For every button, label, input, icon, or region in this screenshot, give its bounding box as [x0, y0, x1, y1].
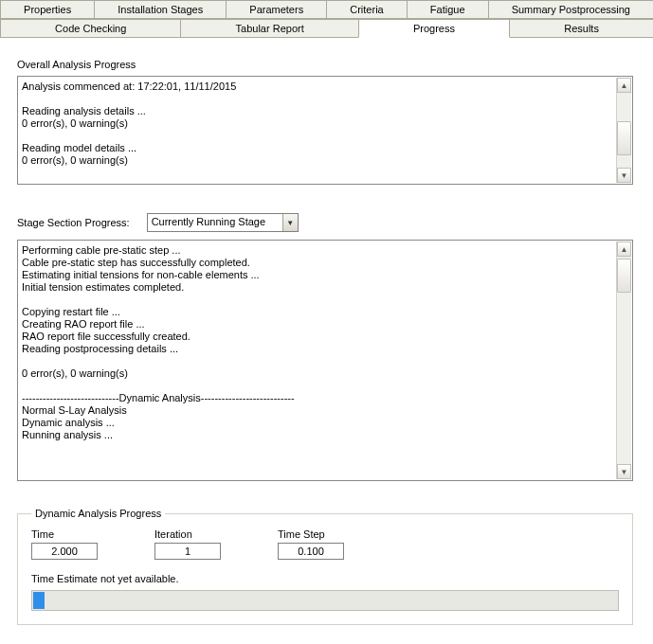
chevron-down-icon[interactable]: ▼ [282, 214, 298, 231]
overall-progress-log[interactable]: Analysis commenced at: 17:22:01, 11/11/2… [17, 76, 633, 185]
dynamic-progress-group: Dynamic Analysis Progress Time 2.000 Ite… [17, 508, 633, 625]
tab-row-1: Properties Installation Stages Parameter… [0, 0, 653, 19]
timestep-value: 0.100 [278, 543, 344, 560]
tab-row-2: Code Checking Tabular Report Progress Re… [0, 19, 653, 38]
tab-code-checking[interactable]: Code Checking [0, 19, 181, 37]
tab-progress[interactable]: Progress [358, 19, 510, 38]
scroll-down-icon[interactable]: ▼ [617, 168, 631, 183]
stage-combo-value: Currently Running Stage [148, 214, 282, 231]
timestep-label: Time Step [278, 528, 344, 540]
stage-scrollbar[interactable]: ▲ ▼ [616, 242, 631, 479]
tab-fatigue[interactable]: Fatigue [407, 0, 489, 18]
tab-container: Properties Installation Stages Parameter… [0, 0, 653, 38]
overall-scrollbar[interactable]: ▲ ▼ [616, 78, 631, 183]
iteration-label: Iteration [154, 528, 221, 540]
scroll-track[interactable] [617, 93, 631, 168]
scroll-thumb[interactable] [617, 259, 631, 293]
stage-progress-label: Stage Section Progress: [17, 217, 130, 228]
iteration-value: 1 [154, 543, 221, 560]
tab-criteria[interactable]: Criteria [326, 0, 408, 18]
time-value: 2.000 [31, 543, 98, 560]
tab-properties[interactable]: Properties [0, 0, 95, 18]
progress-bar [31, 590, 619, 611]
overall-progress-text: Analysis commenced at: 17:22:01, 11/11/2… [18, 77, 616, 170]
time-estimate-text: Time Estimate not yet available. [31, 573, 619, 584]
tab-tabular-report[interactable]: Tabular Report [180, 19, 358, 37]
scroll-up-icon[interactable]: ▲ [617, 78, 631, 93]
tab-installation-stages[interactable]: Installation Stages [94, 0, 227, 18]
stage-progress-log[interactable]: Performing cable pre-static step ... Cab… [17, 240, 633, 481]
progress-panel: Overall Analysis Progress Analysis comme… [0, 38, 653, 635]
scroll-thumb[interactable] [617, 121, 631, 155]
stage-progress-text: Performing cable pre-static step ... Cab… [18, 241, 616, 445]
overall-progress-label: Overall Analysis Progress [17, 59, 636, 70]
progress-fill [33, 592, 45, 609]
scroll-track[interactable] [617, 257, 631, 464]
tab-summary-postprocessing[interactable]: Summary Postprocessing [488, 0, 653, 18]
dynamic-progress-legend: Dynamic Analysis Progress [31, 508, 165, 519]
scroll-down-icon[interactable]: ▼ [617, 464, 631, 479]
stage-combo[interactable]: Currently Running Stage ▼ [147, 213, 299, 232]
tab-results[interactable]: Results [509, 19, 653, 37]
time-label: Time [31, 528, 98, 540]
tab-parameters[interactable]: Parameters [226, 0, 327, 18]
scroll-up-icon[interactable]: ▲ [617, 242, 631, 257]
